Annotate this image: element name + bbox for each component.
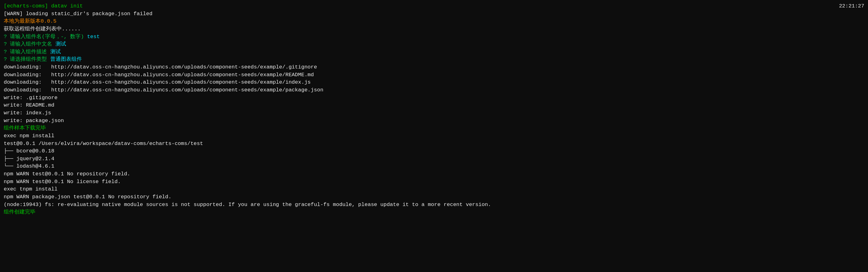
terminal-line: 组件样本下载完毕 (4, 125, 864, 132)
terminal-line: ? 请输入组件中文名 测试 (4, 41, 864, 48)
terminal-line: test@0.0.1 /Users/elvira/workspace/datav… (4, 140, 864, 148)
terminal-line: (node:19943) fs: re-evaluating native mo… (4, 201, 864, 209)
terminal-line: [echarts-coms] datav init (4, 2, 864, 10)
terminal-line: 获取远程组件创建列表中...... (4, 25, 864, 33)
terminal-line: write: .gitignore (4, 94, 864, 102)
terminal-line: downloading: http://datav.oss-cn-hangzho… (4, 79, 864, 87)
terminal-line: downloading: http://datav.oss-cn-hangzho… (4, 64, 864, 71)
terminal-line: npm WARN test@0.0.1 No license field. (4, 178, 864, 186)
terminal-line: ? 请输入组件名(字母，-, 数字) test (4, 33, 864, 41)
terminal-line: └── lodash@4.6.1 (4, 163, 864, 170)
terminal-line: ? 请输入组件描述 测试 (4, 48, 864, 56)
time-display: 22:21:27 (839, 2, 864, 10)
terminal-line: downloading: http://datav.oss-cn-hangzho… (4, 87, 864, 94)
terminal-line: write: README.md (4, 102, 864, 109)
terminal-line: ├── jquery@2.1.4 (4, 155, 864, 163)
terminal: 22:21:27 [echarts-coms] datav init[WARN]… (4, 2, 864, 270)
terminal-line: write: index.js (4, 109, 864, 117)
terminal-line: exec npm install (4, 132, 864, 140)
terminal-line: ├── bcore@0.0.18 (4, 147, 864, 155)
terminal-line: downloading: http://datav.oss-cn-hangzho… (4, 71, 864, 79)
terminal-line: write: package.json (4, 117, 864, 125)
terminal-line: npm WARN test@0.0.1 No repository field. (4, 170, 864, 178)
terminal-line: [WARN] loading static_dir's package.json… (4, 10, 864, 18)
terminal-line: 组件创建完毕 (4, 208, 864, 216)
terminal-line: ? 请选择组件类型 普通图表组件 (4, 56, 864, 64)
terminal-output: [echarts-coms] datav init[WARN] loading … (4, 2, 864, 216)
terminal-line: npm WARN package.json test@0.0.1 No repo… (4, 193, 864, 201)
terminal-line: 本地为最新版本0.0.5 (4, 18, 864, 25)
terminal-line: exec tnpm install (4, 185, 864, 193)
